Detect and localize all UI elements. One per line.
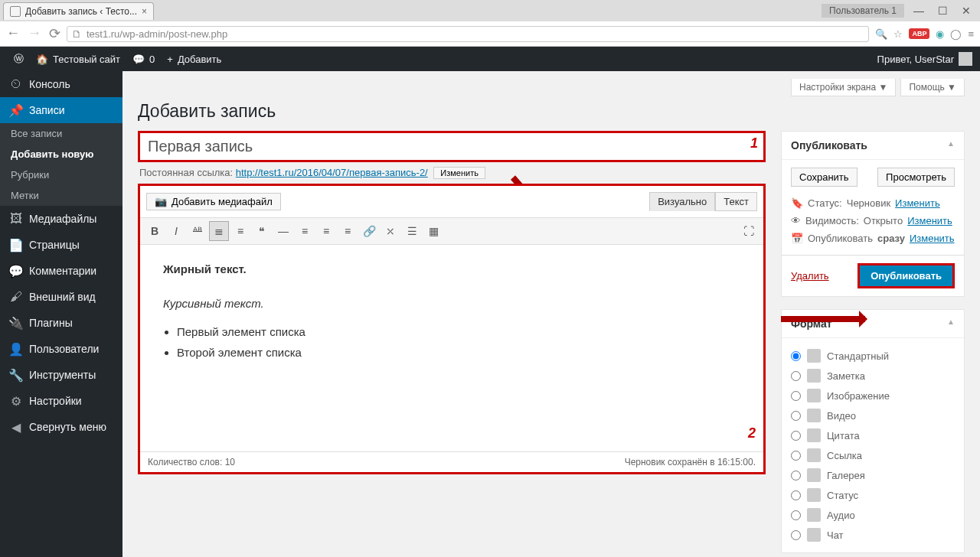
format-radio[interactable] [791, 411, 801, 421]
greeting[interactable]: Привет, UserStar [877, 54, 954, 65]
media-icon: 🖾 [9, 212, 23, 226]
pages-icon: 📄 [9, 238, 23, 252]
profile-icon[interactable]: ◯ [950, 28, 962, 40]
menu-posts[interactable]: 📌Записи [0, 97, 122, 123]
submenu-all-posts[interactable]: Все записи [0, 123, 122, 144]
editor-content[interactable]: Жирный текст. Курсивный текст. Первый эл… [140, 245, 763, 451]
sync-icon[interactable]: ◉ [936, 28, 944, 40]
publish-button[interactable]: Опубликовать [858, 263, 955, 288]
edit-schedule-link[interactable]: Изменить [910, 233, 955, 244]
chevron-up-icon[interactable]: ▲ [947, 139, 955, 151]
italic-button[interactable]: I [166, 221, 186, 241]
menu-settings[interactable]: ⚙Настройки [0, 388, 122, 414]
post-title-input[interactable] [138, 131, 766, 162]
tab-visual[interactable]: Визуально [649, 192, 715, 211]
browser-tab[interactable]: Добавить запись ‹ Тесто... × [3, 2, 154, 20]
zoom-icon[interactable]: 🔍 [875, 28, 887, 40]
toolbar-toggle-button[interactable]: ▦ [423, 221, 443, 241]
delete-link[interactable]: Удалить [791, 270, 829, 282]
format-option-1[interactable]: Заметка [791, 366, 955, 386]
close-icon[interactable]: × [142, 6, 147, 17]
close-window-icon[interactable]: ✕ [962, 5, 971, 17]
edit-visibility-link[interactable]: Изменить [907, 215, 952, 226]
submenu-categories[interactable]: Рубрики [0, 164, 122, 185]
abp-icon[interactable]: ABP [909, 28, 929, 39]
menu-dashboard[interactable]: ⏲Консоль [0, 71, 122, 97]
format-option-5[interactable]: Ссылка [791, 445, 955, 465]
chevron-up-icon[interactable]: ▲ [947, 318, 955, 330]
menu-icon[interactable]: ≡ [968, 28, 974, 40]
menu-collapse[interactable]: ◀Свернуть меню [0, 414, 122, 440]
site-name-link[interactable]: 🏠Тестовый сайт [30, 54, 126, 65]
format-option-4[interactable]: Цитата [791, 425, 955, 445]
submenu-add-new[interactable]: Добавить новую [0, 144, 122, 164]
format-radio[interactable] [791, 371, 801, 381]
edit-permalink-button[interactable]: Изменить [433, 167, 485, 179]
add-new-link[interactable]: +Добавить [161, 54, 227, 65]
menu-plugins[interactable]: 🔌Плагины [0, 310, 122, 336]
help-button[interactable]: Помощь ▼ [900, 79, 965, 96]
format-icon [807, 409, 821, 422]
format-option-2[interactable]: Изображение [791, 386, 955, 406]
reload-icon[interactable]: ⟳ [49, 25, 60, 42]
format-icon [807, 528, 821, 542]
wp-logo[interactable]: ⓦ [8, 52, 30, 66]
format-radio[interactable] [791, 530, 801, 540]
format-radio[interactable] [791, 510, 801, 520]
format-radio[interactable] [791, 451, 801, 461]
format-icon [807, 389, 821, 402]
edit-status-link[interactable]: Изменить [895, 197, 940, 209]
menu-pages[interactable]: 📄Страницы [0, 232, 122, 258]
menu-appearance[interactable]: 🖌Внешний вид [0, 284, 122, 310]
annotation-2: 2 [748, 425, 756, 441]
format-radio[interactable] [791, 351, 801, 361]
align-left-button[interactable]: ≡ [295, 221, 315, 241]
format-option-7[interactable]: Статус [791, 485, 955, 505]
menu-media[interactable]: 🖾Медиафайлы [0, 206, 122, 232]
fullscreen-button[interactable]: ⛶ [739, 221, 759, 241]
maximize-icon[interactable]: ☐ [938, 5, 948, 17]
format-radio[interactable] [791, 471, 801, 480]
star-icon[interactable]: ☆ [893, 28, 903, 40]
tab-text[interactable]: Текст [715, 192, 757, 211]
menu-tools[interactable]: 🔧Инструменты [0, 362, 122, 388]
user-badge[interactable]: Пользователь 1 [822, 4, 904, 18]
url-input[interactable]: 🗋 test1.ru/wp-admin/post-new.php [67, 26, 869, 42]
menu-comments[interactable]: 💬Комментарии [0, 258, 122, 284]
format-option-0[interactable]: Стандартный [791, 346, 955, 366]
format-icon [807, 488, 821, 502]
add-media-button[interactable]: 📷Добавить медиафайл [146, 193, 281, 210]
unlink-button[interactable]: ⤫ [381, 221, 400, 241]
format-option-6[interactable]: Галерея [791, 465, 955, 485]
format-icon [807, 448, 821, 462]
quote-button[interactable]: ❝ [252, 221, 272, 241]
back-icon[interactable]: ← [6, 25, 20, 42]
ol-button[interactable]: ≡ [230, 221, 250, 241]
link-button[interactable]: 🔗 [359, 221, 379, 241]
bold-button[interactable]: B [145, 221, 165, 241]
submenu-tags[interactable]: Метки [0, 185, 122, 206]
menu-users[interactable]: 👤Пользователи [0, 336, 122, 362]
align-right-button[interactable]: ≡ [338, 221, 358, 241]
permalink-link[interactable]: http://test1.ru/2016/04/07/первая-запись… [236, 167, 428, 178]
format-radio[interactable] [791, 490, 801, 500]
format-radio[interactable] [791, 391, 801, 401]
format-option-8[interactable]: Аудио [791, 505, 955, 525]
format-option-3[interactable]: Видео [791, 406, 955, 425]
avatar[interactable] [959, 52, 972, 66]
strike-button[interactable]: ᴬᴮ [188, 221, 207, 241]
more-button[interactable]: ☰ [402, 221, 422, 241]
hr-button[interactable]: — [273, 221, 293, 241]
screen-options-button[interactable]: Настройки экрана ▼ [791, 79, 896, 96]
tools-icon: 🔧 [9, 368, 23, 382]
posts-submenu: Все записи Добавить новую Рубрики Метки [0, 123, 122, 206]
save-draft-button[interactable]: Сохранить [791, 168, 858, 187]
align-center-button[interactable]: ≡ [316, 221, 336, 241]
preview-button[interactable]: Просмотреть [877, 168, 955, 187]
ul-button[interactable]: ≣ [209, 221, 229, 241]
comments-link[interactable]: 💬0 [126, 54, 161, 65]
minimize-icon[interactable]: — [913, 5, 924, 17]
forward-icon[interactable]: → [28, 25, 41, 42]
format-radio[interactable] [791, 431, 801, 441]
format-option-9[interactable]: Чат [791, 525, 955, 545]
